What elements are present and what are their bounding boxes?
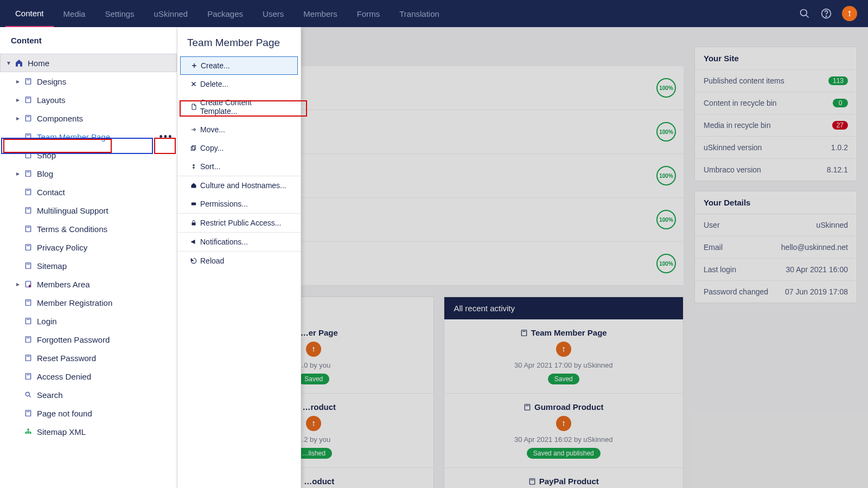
svg-point-69 [563, 347, 564, 349]
document-icon [23, 336, 34, 343]
topnav-item-packages[interactable]: Packages [197, 0, 253, 27]
your-details-row: UseruSkinned [695, 214, 857, 236]
tree-item-components[interactable]: ▸Components [0, 109, 177, 127]
tree-item-shop[interactable]: Shop [0, 146, 177, 164]
activity-item[interactable]: PayPal Product [444, 468, 684, 488]
health-score-ring: 100% [656, 210, 676, 229]
tree-item-forgotten-password[interactable]: Forgotten Password [0, 330, 177, 349]
your-site-value: 113 [828, 76, 848, 85]
sitemap-icon [23, 428, 34, 435]
help-icon[interactable] [820, 8, 832, 20]
context-menu-culture-and-hostnames[interactable]: Culture and Hostnames... [177, 176, 301, 195]
lock-icon [187, 219, 200, 227]
tree-item-label: Sitemap XML [37, 427, 177, 436]
tree-item-terms-conditions[interactable]: Terms & Conditions [0, 220, 177, 238]
context-menu-create-content-template[interactable]: Create Content Template... [177, 93, 301, 120]
tree-item-search[interactable]: Search [0, 386, 177, 404]
caret-down-icon[interactable]: ▾ [5, 59, 12, 67]
svg-point-74 [563, 421, 564, 423]
tree-item-label: Privacy Policy [37, 243, 177, 252]
svg-point-76 [563, 425, 564, 426]
caret-icon[interactable]: ▸ [14, 114, 22, 122]
activity-avatar [306, 416, 321, 431]
tree-item-designs[interactable]: ▸Designs [0, 72, 177, 91]
document-icon [23, 188, 34, 196]
activity-avatar [556, 342, 571, 357]
status-badge: Saved [298, 374, 329, 384]
context-menu-reload[interactable]: Reload [177, 252, 301, 270]
caret-icon[interactable]: ▸ [14, 78, 22, 85]
svg-rect-86 [193, 146, 196, 150]
tree-item-team-member-page[interactable]: Team Member Page••• [0, 127, 177, 146]
topnav-item-settings[interactable]: Settings [95, 0, 144, 27]
your-site-row[interactable]: Media in recycle bin27 [695, 114, 857, 137]
x-icon [187, 81, 200, 87]
tree-item-member-registration[interactable]: Member Registration [0, 293, 177, 312]
caret-icon[interactable]: ▸ [14, 96, 22, 104]
svg-rect-23 [25, 226, 30, 232]
status-badge: Saved and published [527, 448, 601, 459]
file-icon [187, 103, 200, 111]
topnav-item-forms[interactable]: Forms [347, 0, 390, 27]
context-menu-label: Culture and Hostnames... [200, 181, 286, 190]
context-menu-copy[interactable]: Copy... [177, 139, 301, 157]
tree-item-layouts[interactable]: ▸Layouts [0, 91, 177, 109]
your-site-row[interactable]: Published content items113 [695, 70, 857, 92]
your-site-label: uSkinned version [704, 143, 762, 152]
tree-item-sitemap[interactable]: Sitemap [0, 256, 177, 275]
document-icon [23, 354, 34, 362]
tree-item-label: Team Member Page [37, 132, 177, 142]
svg-point-3 [826, 16, 826, 16]
tree-item-blog[interactable]: ▸Blog [0, 164, 177, 183]
topnav-item-uskinned[interactable]: uSkinned [144, 0, 198, 27]
context-menu-title: Team Member Page [177, 27, 301, 56]
tree-item-label: Contact [37, 188, 177, 197]
plus-icon [188, 62, 201, 69]
tree-item-access-denied[interactable]: Access Denied [0, 367, 177, 386]
activity-item[interactable]: Team Member Page30 Apr 2021 17:00 by uSk… [444, 319, 684, 394]
svg-line-43 [29, 395, 31, 397]
tree-item-members-area[interactable]: ▸Members Area [0, 275, 177, 293]
svg-rect-75 [563, 423, 564, 425]
svg-rect-9 [25, 97, 30, 103]
topnav-item-translation[interactable]: Translation [390, 0, 449, 27]
context-menu-sort[interactable]: Sort... [177, 157, 301, 176]
your-site-row: Umbraco version8.12.1 [695, 159, 857, 181]
topnav-item-users[interactable]: Users [253, 0, 293, 27]
svg-rect-11 [25, 115, 30, 121]
context-menu-notifications[interactable]: Notifications... [177, 233, 301, 251]
tree-item-reset-password[interactable]: Reset Password [0, 349, 177, 367]
tree-root-home[interactable]: ▾ Home [0, 54, 177, 72]
tree-item-sitemap-xml[interactable]: Sitemap XML [0, 422, 177, 441]
activity-avatar [556, 416, 571, 431]
topnav-item-members[interactable]: Members [293, 0, 347, 27]
caret-icon[interactable]: ▸ [14, 170, 22, 177]
context-menu-move[interactable]: Move... [177, 120, 301, 139]
tree-item-actions-button[interactable]: ••• [158, 131, 174, 143]
document-icon [23, 133, 34, 140]
user-avatar[interactable] [842, 6, 857, 21]
caret-icon[interactable]: ▸ [14, 280, 22, 288]
tree-item-multilingual-support[interactable]: Multilingual Support [0, 201, 177, 220]
your-site-row[interactable]: Content in recycle bin0 [695, 92, 857, 114]
tree-item-page-not-found[interactable]: Page not found [0, 404, 177, 422]
tree-item-contact[interactable]: Contact [0, 183, 177, 201]
context-menu-permissions[interactable]: Permissions... [177, 195, 301, 213]
context-menu-delete[interactable]: Delete... [177, 75, 301, 93]
activity-title: Team Member Page [450, 328, 678, 337]
search-icon[interactable] [799, 8, 810, 20]
your-details-value: hello@uskinned.net [781, 243, 848, 252]
tree-item-privacy-policy[interactable]: Privacy Policy [0, 238, 177, 256]
topnav-item-media[interactable]: Media [54, 0, 95, 27]
svg-point-71 [563, 351, 564, 352]
document-icon [23, 409, 34, 417]
activity-item[interactable]: Gumroad Product30 Apr 2021 16:02 by uSki… [444, 394, 684, 468]
document-icon [528, 478, 536, 485]
activity-date: 30 Apr 2021 17:00 by uSkinned [450, 361, 678, 369]
your-site-label: Published content items [704, 76, 784, 85]
tree-item-login[interactable]: Login [0, 312, 177, 330]
context-menu-create[interactable]: Create... [180, 56, 298, 75]
home-icon [187, 182, 200, 189]
topnav-item-content[interactable]: Content [5, 0, 54, 27]
context-menu-restrict-public-access[interactable]: Restrict Public Access... [177, 214, 301, 232]
